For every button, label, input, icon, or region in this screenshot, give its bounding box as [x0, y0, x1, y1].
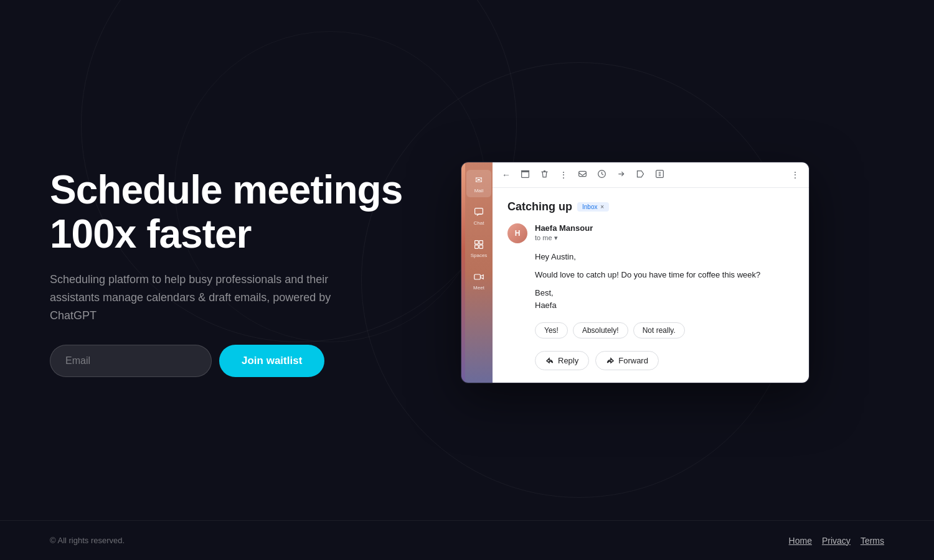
- badge-close[interactable]: ×: [600, 203, 604, 210]
- sidebar-label-spaces: Spaces: [471, 253, 488, 258]
- hero-subtitle: Scheduling platform to help busy profess…: [50, 271, 336, 324]
- sidebar-item-mail[interactable]: ✉ Mail: [466, 170, 491, 197]
- svg-rect-6: [522, 172, 529, 177]
- move-icon[interactable]: [653, 167, 666, 182]
- forward-icon[interactable]: [615, 167, 628, 182]
- forward-button[interactable]: Forward: [595, 351, 659, 370]
- quick-replies: Yes! Absolutely! Not really.: [507, 322, 794, 338]
- footer-link-home[interactable]: Home: [789, 536, 812, 546]
- waitlist-button[interactable]: Join waitlist: [219, 345, 324, 377]
- spaces-icon: [473, 238, 485, 251]
- hero-title: Schedule meetings 100x faster: [50, 168, 411, 256]
- quick-reply-absolutely[interactable]: Absolutely!: [573, 322, 628, 338]
- email-subject-row: Catching up Inbox ×: [507, 200, 794, 213]
- sidebar-item-chat[interactable]: Chat: [466, 202, 491, 230]
- sender-info: Haefa Mansour to me ▾: [535, 223, 794, 242]
- email-greeting: Hey Austin,: [535, 251, 794, 264]
- sender-avatar: H: [507, 223, 527, 243]
- email-body-text: Would love to catch up! Do you have time…: [535, 269, 794, 282]
- email-toolbar: ← ⋮: [493, 162, 809, 188]
- sidebar-label-mail: Mail: [474, 188, 484, 194]
- mail-action-icon[interactable]: [576, 167, 589, 182]
- quick-reply-yes[interactable]: Yes!: [535, 322, 568, 338]
- quick-reply-not-really[interactable]: Not really.: [633, 322, 685, 338]
- footer-link-privacy[interactable]: Privacy: [822, 536, 851, 546]
- page-wrapper: Schedule meetings 100x faster Scheduling…: [0, 0, 934, 560]
- gmail-sidebar: ✉ Mail Chat: [465, 162, 493, 383]
- copyright: © All rights reserved.: [50, 536, 125, 545]
- label-icon[interactable]: [634, 167, 647, 182]
- archive-icon[interactable]: [519, 167, 532, 182]
- svg-rect-7: [521, 170, 529, 172]
- svg-rect-2: [479, 241, 483, 245]
- email-content: Catching up Inbox × H Haefa Mansour: [493, 188, 809, 383]
- sidebar-label-chat: Chat: [474, 220, 484, 226]
- hero-left: Schedule meetings 100x faster Scheduling…: [50, 168, 411, 376]
- meet-icon: [473, 271, 485, 283]
- hero-title-line1: Schedule meetings: [50, 167, 402, 212]
- delete-icon[interactable]: [538, 167, 551, 182]
- footer: © All rights reserved. Home Privacy Term…: [0, 520, 934, 560]
- sidebar-item-spaces[interactable]: Spaces: [466, 235, 491, 262]
- hero-right: ✉ Mail Chat: [461, 162, 884, 383]
- email-input[interactable]: [50, 345, 212, 377]
- hero-form: Join waitlist: [50, 345, 411, 377]
- svg-rect-3: [475, 245, 479, 249]
- sidebar-item-meet[interactable]: Meet: [466, 267, 491, 294]
- email-panel: ← ⋮: [493, 162, 809, 383]
- snooze-icon[interactable]: [595, 167, 608, 182]
- email-body: Hey Austin, Would love to catch up! Do y…: [507, 251, 794, 312]
- reply-button[interactable]: Reply: [535, 351, 589, 370]
- email-actions: Reply Forward: [507, 351, 794, 370]
- svg-rect-4: [479, 245, 483, 249]
- chat-icon: [473, 206, 485, 218]
- more-options-icon[interactable]: ⋮: [789, 168, 801, 182]
- svg-rect-1: [475, 241, 479, 245]
- menu-more-icon[interactable]: ⋮: [557, 168, 570, 182]
- sidebar-label-meet: Meet: [473, 285, 484, 291]
- hero-title-line2: 100x faster: [50, 212, 251, 256]
- svg-rect-5: [474, 274, 481, 279]
- sender-meta: to me ▾: [535, 234, 794, 242]
- sender-name: Haefa Mansour: [535, 223, 794, 233]
- mail-icon: ✉: [473, 174, 485, 186]
- footer-link-terms[interactable]: Terms: [861, 536, 884, 546]
- hero-section: Schedule meetings 100x faster Scheduling…: [0, 25, 934, 520]
- back-icon[interactable]: ←: [500, 168, 512, 182]
- reply-icon: [545, 357, 554, 365]
- email-subject: Catching up: [507, 200, 572, 213]
- inbox-badge: Inbox ×: [577, 202, 609, 212]
- sender-row: H Haefa Mansour to me ▾: [507, 223, 794, 243]
- forward-arrow-icon: [606, 357, 615, 365]
- svg-rect-0: [475, 208, 483, 215]
- footer-links: Home Privacy Terms: [789, 536, 884, 546]
- app-screenshot: ✉ Mail Chat: [461, 162, 809, 383]
- email-signature: Best, Haefa: [535, 287, 794, 313]
